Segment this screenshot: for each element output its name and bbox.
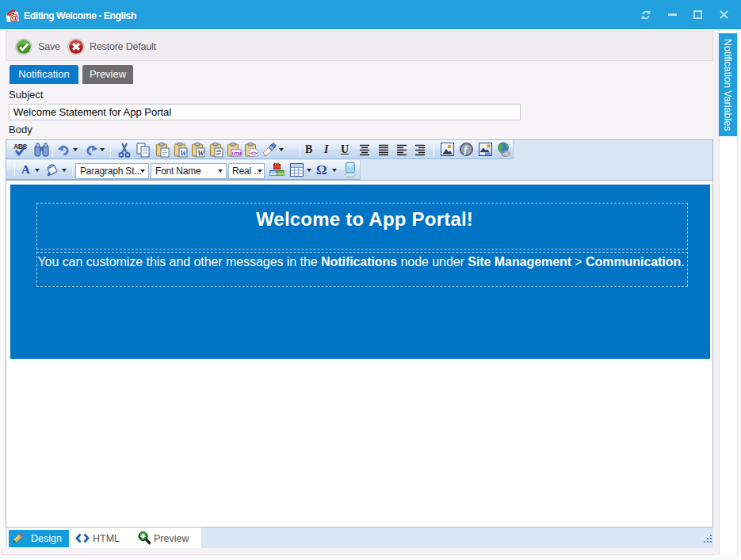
svg-text:W: W: [197, 149, 205, 158]
svg-text:<>: <>: [250, 150, 257, 156]
svg-text:HTML: HTML: [232, 151, 242, 156]
svg-text:W: W: [180, 149, 188, 158]
svg-text:@: @: [10, 13, 19, 22]
